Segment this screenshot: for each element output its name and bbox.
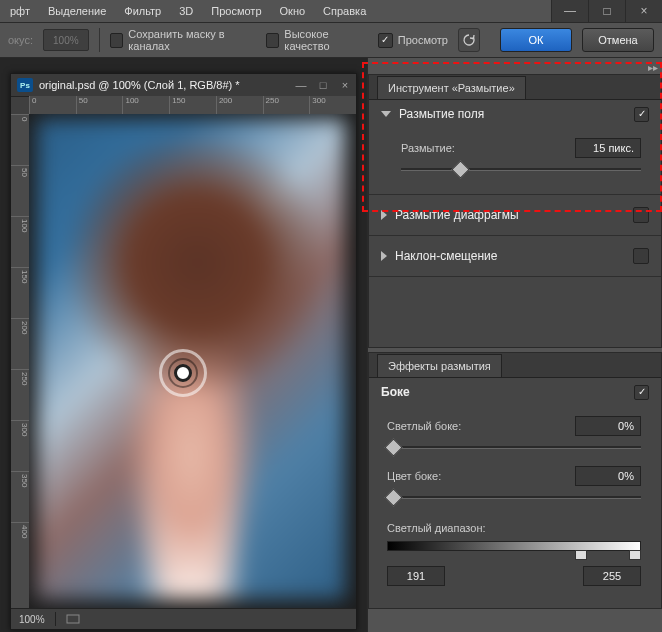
checkbox-icon [110,33,124,48]
light-range-label: Светлый диапазон: [387,522,486,534]
section-header[interactable]: Наклон-смещение [369,236,661,276]
save-mask-label: Сохранить маску в каналах [128,28,255,52]
light-bokeh-slider[interactable] [387,440,641,454]
app-window: — □ × рфт Выделение Фильтр 3D Просмотр О… [0,0,662,632]
canvas[interactable] [29,114,356,609]
cancel-button[interactable]: Отмена [582,28,654,52]
slider-thumb-icon[interactable] [384,488,402,506]
save-mask-checkbox[interactable]: Сохранить маску в каналах [110,28,256,52]
menu-filter[interactable]: Фильтр [124,5,161,17]
tab-blur-effects[interactable]: Эффекты размытия [377,354,502,377]
menu-fragment: рфт [10,5,30,17]
bokeh-title: Боке [381,385,410,399]
document-statusbar: 100% [11,608,356,629]
light-range-slider[interactable] [387,538,641,560]
blur-effects-panel: Эффекты размытия Боке Светлый боке: 0% [368,352,662,609]
document-area: Ps original.psd @ 100% (Слой 1, RGB/8#) … [0,58,367,632]
close-button[interactable]: × [625,0,662,22]
slider-thumb-icon[interactable] [384,438,402,456]
panel-flyout-icon[interactable]: ▸▸ [648,62,658,73]
zoom-level[interactable]: 100% [19,614,45,625]
range-low-handle[interactable] [575,550,587,560]
doc-maximize-button[interactable]: □ [312,74,334,96]
high-quality-label: Высокое качество [284,28,367,52]
menu-window[interactable]: Окно [280,5,306,17]
section-checkbox[interactable] [633,248,649,264]
color-bokeh-slider[interactable] [387,490,641,504]
svg-rect-0 [67,615,79,623]
section-checkbox[interactable] [633,207,649,223]
menu-view[interactable]: Просмотр [211,5,261,17]
gradient-track [387,541,641,551]
ok-button[interactable]: ОК [500,28,572,52]
section-title: Размытие диафрагмы [395,208,519,222]
document-titlebar: Ps original.psd @ 100% (Слой 1, RGB/8#) … [11,74,356,97]
workspace: Ps original.psd @ 100% (Слой 1, RGB/8#) … [0,58,662,632]
blur-tool-panel: Инструмент «Размытие» Размытие поля Разм… [368,74,662,348]
bokeh-body: Светлый боке: 0% Цвет боке: 0% [369,406,661,608]
reset-icon [462,33,476,47]
chevron-right-icon [381,251,387,261]
color-bokeh-label: Цвет боке: [387,470,441,482]
maximize-button[interactable]: □ [588,0,625,22]
section-tilt-shift: Наклон-смещение [369,236,661,277]
menu-select[interactable]: Выделение [48,5,106,17]
section-iris-blur: Размытие диафрагмы [369,195,661,236]
tab-blur-tool[interactable]: Инструмент «Размытие» [377,76,526,99]
panel-tab-row: Эффекты размытия [369,353,661,378]
panel-tab-row: Инструмент «Размытие» [369,75,661,100]
chevron-down-icon [381,111,391,117]
menu-3d[interactable]: 3D [179,5,193,17]
slider-thumb-icon[interactable] [451,160,469,178]
minimize-button[interactable]: — [551,0,588,22]
reset-button[interactable] [458,28,480,52]
checkbox-icon [266,33,280,48]
blur-slider[interactable] [401,162,641,176]
section-body: Размытие: 15 пикс. [369,128,661,194]
section-checkbox[interactable] [634,107,649,122]
blur-pin[interactable] [159,349,207,397]
preview-label: Просмотр [398,34,448,46]
doc-minimize-button[interactable]: — [290,74,312,96]
range-high-value[interactable]: 255 [583,566,641,586]
ruler-horizontal: 050100150200250300 [29,96,356,115]
range-high-handle[interactable] [629,550,641,560]
options-bar: окус: 100% Сохранить маску в каналах Выс… [0,23,662,58]
range-low-value[interactable]: 191 [387,566,445,586]
bokeh-checkbox[interactable] [634,385,649,400]
section-field-blur: Размытие поля Размытие: 15 пикс. [369,100,661,195]
section-header[interactable]: Размытие диафрагмы [369,195,661,235]
high-quality-checkbox[interactable]: Высокое качество [266,28,368,52]
section-title: Наклон-смещение [395,249,498,263]
window-controls: — □ × [551,0,662,22]
blur-label: Размытие: [401,142,455,154]
ps-icon: Ps [17,78,33,92]
focus-label: окус: [8,34,33,46]
status-icon [66,613,80,625]
section-header[interactable]: Размытие поля [369,100,661,128]
document-window: Ps original.psd @ 100% (Слой 1, RGB/8#) … [10,73,357,630]
section-title: Размытие поля [399,107,484,121]
bokeh-header: Боке [369,378,661,406]
blur-value[interactable]: 15 пикс. [575,138,641,158]
pin-center-icon [174,364,192,382]
light-bokeh-value[interactable]: 0% [575,416,641,436]
menu-help[interactable]: Справка [323,5,366,17]
checkbox-icon [378,33,393,48]
color-bokeh-value[interactable]: 0% [575,466,641,486]
focus-value[interactable]: 100% [43,29,89,51]
panels: ▸▸ Инструмент «Размытие» Размытие поля Р [367,58,662,632]
chevron-right-icon [381,210,387,220]
ruler-vertical: 050100150200250300350400 [11,114,30,609]
document-title: original.psd @ 100% (Слой 1, RGB/8#) * [39,79,290,91]
preview-checkbox[interactable]: Просмотр [378,33,448,48]
doc-close-button[interactable]: × [334,74,356,96]
light-bokeh-label: Светлый боке: [387,420,461,432]
